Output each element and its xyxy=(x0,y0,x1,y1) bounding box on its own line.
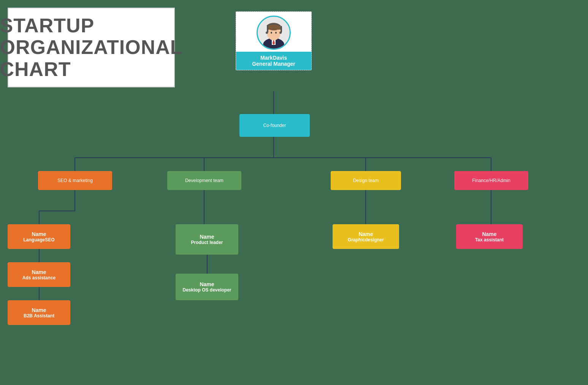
lang-seo-role: LanguageSEO xyxy=(23,237,54,242)
svg-rect-11 xyxy=(281,26,282,33)
dept-dev-label: Development team xyxy=(185,178,223,183)
member-ads: Name Ads assistance xyxy=(8,262,70,287)
title-box: STARTUPORGANIZATIONALCHART xyxy=(8,8,175,87)
dept-seo: SEO & marketing xyxy=(38,171,112,190)
tax-role: Tax assistant xyxy=(475,237,504,242)
member-b2b: Name B2B Assistant xyxy=(8,300,70,325)
avatar-circle xyxy=(257,16,291,50)
member-product: Name Product leader xyxy=(176,224,238,255)
lang-seo-name: Name xyxy=(32,231,46,237)
product-role: Product leader xyxy=(191,240,223,245)
manager-card: MarkDavis General Manager xyxy=(236,11,312,70)
dept-dev: Development team xyxy=(167,171,241,190)
b2b-name: Name xyxy=(32,307,46,313)
manager-role: General Manager xyxy=(238,61,309,67)
manager-name-area: MarkDavis General Manager xyxy=(236,52,311,70)
graphic-role: Graphicdesigner xyxy=(348,237,384,242)
dept-design: Design team xyxy=(331,171,401,190)
product-name: Name xyxy=(200,234,214,240)
dept-finance: Finance/HR/Admin xyxy=(454,171,528,190)
avatar-svg xyxy=(258,18,289,49)
avatar-area xyxy=(236,12,311,52)
graphic-name: Name xyxy=(358,231,373,237)
cofounder-label: Co-founder xyxy=(263,123,286,128)
ads-role: Ads assistance xyxy=(22,275,55,280)
member-graphic: Name Graphicdesigner xyxy=(333,224,399,249)
desktop-name: Name xyxy=(200,281,214,287)
dept-design-label: Design team xyxy=(353,178,379,183)
dept-finance-label: Finance/HR/Admin xyxy=(472,178,510,183)
member-lang-seo: Name LanguageSEO xyxy=(8,224,70,249)
ads-name: Name xyxy=(32,269,46,275)
manager-name: MarkDavis xyxy=(238,55,309,61)
svg-rect-10 xyxy=(267,26,268,33)
cofounder-box: Co-founder xyxy=(239,114,310,137)
dept-seo-label: SEO & marketing xyxy=(57,178,93,183)
svg-point-7 xyxy=(275,32,277,34)
member-tax: Name Tax assistant xyxy=(456,224,523,249)
tax-name: Name xyxy=(482,231,496,237)
b2b-role: B2B Assistant xyxy=(24,313,54,318)
chart-title: STARTUPORGANIZATIONALCHART xyxy=(0,15,183,80)
svg-rect-5 xyxy=(267,27,281,30)
svg-point-6 xyxy=(271,32,272,34)
desktop-role: Desktop OS developer xyxy=(182,287,231,293)
member-desktop: Name Desktop OS developer xyxy=(176,274,238,300)
